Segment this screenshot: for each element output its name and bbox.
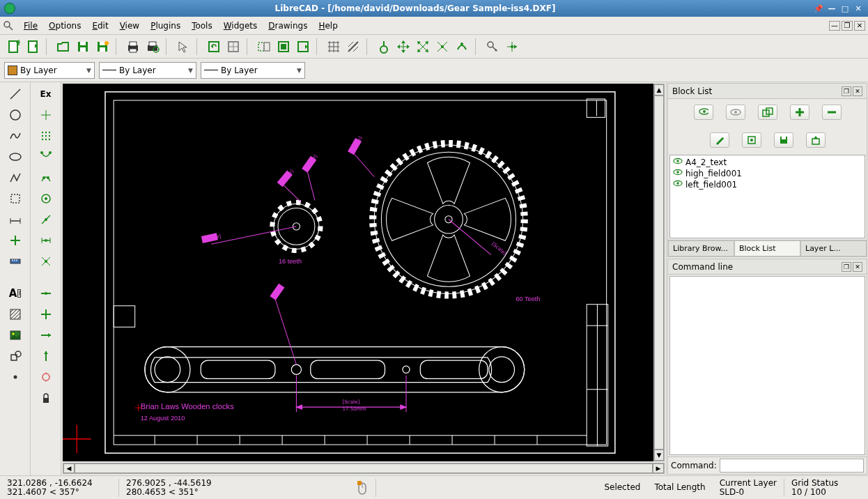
snap-ongrid-button[interactable] — [453, 38, 471, 56]
snap-grid-vbutton[interactable] — [37, 127, 55, 145]
panel-undock-button[interactable]: ❐ — [842, 262, 851, 272]
zoom-pan-button[interactable] — [294, 38, 312, 56]
tab-library-browser[interactable]: Library Brow... — [668, 240, 734, 256]
zoom-redraw-button[interactable] — [205, 38, 223, 56]
snap-intersection-button[interactable] — [433, 38, 451, 56]
scroll-right-button[interactable]: ▶ — [653, 463, 664, 473]
open-button[interactable] — [54, 38, 72, 56]
snap-endpoint-button[interactable] — [394, 38, 412, 56]
minimize-button[interactable]: — — [826, 3, 837, 13]
snap-exclusive-button[interactable]: Ex — [37, 85, 55, 103]
linetype-selector[interactable]: By Layer▼ — [201, 62, 305, 79]
lock-relative-zero-button[interactable] — [503, 38, 521, 56]
grid-button[interactable] — [325, 38, 343, 56]
scroll-left-button[interactable]: ◀ — [63, 463, 75, 473]
save-as-button[interactable] — [93, 38, 111, 56]
remove-block-button[interactable] — [822, 105, 842, 120]
scroll-track[interactable] — [654, 95, 664, 450]
text-tool[interactable]: AI — [6, 284, 24, 302]
search-icon[interactable] — [3, 20, 14, 31]
restrict-horiz-button[interactable] — [37, 326, 55, 344]
menu-drawings[interactable]: Drawings — [263, 19, 313, 33]
set-relative-zero-button[interactable] — [37, 368, 55, 386]
command-history[interactable] — [669, 276, 865, 455]
command-input[interactable] — [720, 459, 864, 473]
menu-widgets[interactable]: Widgets — [218, 19, 263, 33]
menu-options[interactable]: Options — [43, 19, 86, 33]
panel-close-button[interactable]: ✕ — [853, 262, 862, 272]
block-tool[interactable] — [6, 347, 24, 365]
pointer-button[interactable] — [174, 38, 192, 56]
block-list[interactable]: A4_2_text high_field001 left_field001 — [669, 155, 865, 238]
tab-layer-list[interactable]: Layer L... — [800, 240, 867, 256]
draft-mode-button[interactable] — [344, 38, 362, 56]
new-from-template-button[interactable] — [24, 38, 42, 56]
close-button[interactable]: ✕ — [853, 3, 864, 13]
circle-tool[interactable] — [6, 106, 24, 124]
modify-tool[interactable] — [6, 231, 24, 250]
menu-view[interactable]: View — [114, 19, 145, 33]
restrict-nothing-button[interactable] — [37, 284, 55, 302]
print-preview-button[interactable] — [144, 38, 162, 56]
snap-middle-vbutton[interactable] — [37, 210, 55, 229]
menu-tools[interactable]: Tools — [186, 19, 218, 33]
image-tool[interactable] — [6, 326, 24, 344]
color-selector[interactable]: By Layer▼ — [4, 62, 95, 79]
measure-tool[interactable] — [6, 252, 24, 270]
new-button[interactable]: + — [4, 38, 22, 56]
rename-block-button[interactable] — [710, 132, 729, 148]
hide-all-blocks-button[interactable] — [726, 105, 745, 120]
panel-close-button[interactable]: ✕ — [853, 86, 862, 96]
snap-distance-vbutton[interactable] — [37, 231, 55, 250]
line-tool[interactable] — [6, 85, 24, 103]
maximize-button[interactable]: □ — [839, 3, 851, 13]
menu-file[interactable]: File — [18, 19, 43, 33]
dimension-tool[interactable] — [6, 210, 24, 229]
save-block-button[interactable] — [774, 132, 793, 148]
menu-edit[interactable]: Edit — [86, 19, 114, 33]
create-block-button[interactable] — [758, 105, 777, 120]
horizontal-scrollbar[interactable]: ◀ ▶ — [63, 463, 665, 474]
pin-icon[interactable]: 📌 — [813, 3, 824, 13]
snap-free-button[interactable] — [375, 38, 393, 56]
block-item[interactable]: high_field001 — [672, 168, 863, 179]
snap-center-button[interactable] — [414, 38, 432, 56]
relative-zero-button[interactable] — [483, 38, 502, 56]
snap-onentity-vbutton[interactable] — [37, 169, 55, 187]
scroll-up-button[interactable]: ▲ — [654, 84, 664, 95]
polyline-tool[interactable] — [6, 169, 24, 187]
zoom-previous-button[interactable] — [255, 38, 273, 56]
hatch-tool[interactable] — [6, 305, 24, 323]
select-tool[interactable] — [6, 190, 24, 208]
mdi-minimize-button[interactable]: — — [829, 21, 840, 31]
print-button[interactable] — [124, 38, 142, 56]
block-item[interactable]: left_field001 — [672, 179, 863, 190]
snap-endpoint-vbutton[interactable] — [37, 148, 55, 166]
add-block-button[interactable] — [790, 105, 809, 120]
block-item[interactable]: A4_2_text — [672, 157, 863, 168]
vertical-scrollbar[interactable]: ▲ ▼ — [653, 84, 665, 461]
snap-center-vbutton[interactable] — [37, 190, 55, 208]
insert-block-button[interactable] — [806, 132, 826, 148]
snap-free-vbutton[interactable] — [37, 106, 55, 124]
restrict-ortho-button[interactable] — [37, 305, 55, 323]
zoom-auto-button[interactable] — [224, 38, 242, 56]
restrict-vert-button[interactable] — [37, 347, 55, 365]
snap-intersection-vbutton[interactable] — [37, 252, 55, 270]
lineweight-selector[interactable]: By Layer▼ — [99, 62, 196, 79]
menu-plugins[interactable]: Plugins — [145, 19, 186, 33]
scroll-track[interactable] — [75, 463, 653, 473]
zoom-window-button[interactable] — [274, 38, 293, 56]
drawing-canvas[interactable]: [Scale] 60 Teeth 16 teeth [Scale] [Scal — [63, 84, 665, 461]
tab-block-list[interactable]: Block List — [734, 240, 800, 256]
lock-relative-zero-vbutton[interactable] — [37, 389, 55, 407]
curve-tool[interactable] — [6, 127, 24, 145]
mdi-close-button[interactable]: ✕ — [854, 21, 865, 31]
scroll-down-button[interactable]: ▼ — [654, 450, 664, 461]
edit-block-button[interactable] — [742, 132, 761, 148]
point-tool[interactable] — [6, 368, 24, 386]
save-button[interactable] — [74, 38, 92, 56]
menu-help[interactable]: Help — [313, 19, 343, 33]
ellipse-tool[interactable] — [6, 148, 24, 166]
mdi-restore-button[interactable]: ❐ — [842, 21, 853, 31]
